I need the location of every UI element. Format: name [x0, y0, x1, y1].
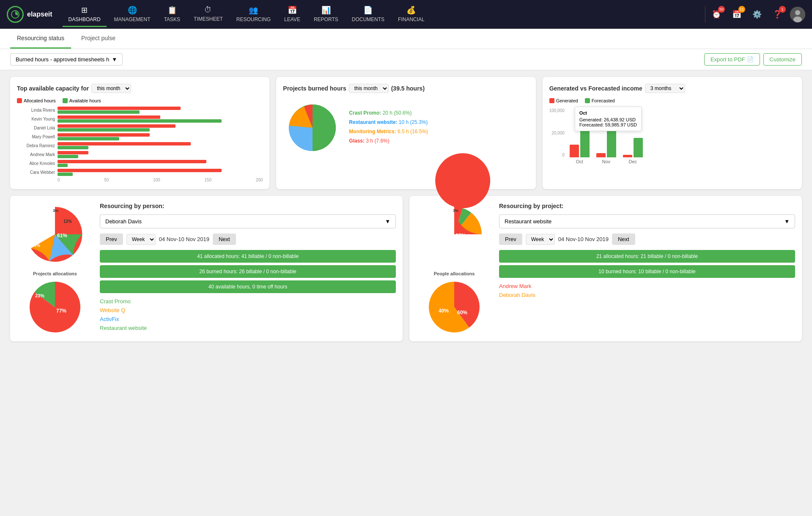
- user-avatar[interactable]: [790, 7, 805, 22]
- legend-available: Available hours: [63, 98, 101, 103]
- project-card-left: 95% 3% People allocations 40% 60%: [416, 203, 492, 335]
- bar-row: Cara Webber: [17, 169, 263, 176]
- income-tooltip: Oct Generated: 26,438.92 USD Forecasted:…: [575, 107, 642, 131]
- nav-leave[interactable]: 📅 LEAVE: [278, 2, 306, 27]
- burned-legend-item-2: Restaurant website: 10 h (25.3%): [349, 119, 529, 125]
- export-pdf-button[interactable]: Export to PDF 📄: [704, 53, 760, 66]
- nav-financial[interactable]: 💰 FINANCIAL: [392, 2, 431, 27]
- forecasted-color: [585, 98, 590, 103]
- allocated-color: [17, 98, 22, 103]
- person-bar3: 40 available hours, 0 time off hours: [100, 280, 396, 293]
- nav-resourcing[interactable]: 👥 RESOURCING: [230, 2, 277, 27]
- capacity-period-select[interactable]: this month last month this week: [91, 84, 131, 93]
- nav-dashboard[interactable]: ⊞ DASHBOARD: [63, 2, 107, 27]
- person-alloc-2[interactable]: Website Q: [100, 307, 396, 313]
- person-next-button[interactable]: Next: [213, 233, 236, 245]
- bell-badge: 1: [779, 6, 786, 13]
- tab-project-pulse[interactable]: Project pulse: [74, 29, 122, 49]
- nav-items: ⊞ DASHBOARD 🌐 MANAGEMENT 📋 TASKS ⏱ TIMES…: [63, 2, 702, 27]
- toolbar: Burned hours - approved timesheets h ▼ E…: [0, 49, 812, 70]
- income-chart-wrapper: Oct Generated: 26,438.92 USD Forecasted:…: [549, 107, 795, 164]
- capacity-bar-chart: Allocated hours Available hours Linda Ri…: [17, 98, 263, 182]
- burned-legend-item-3: Monitoring Metrics: 6.5 h (16.5%): [349, 129, 529, 134]
- calendar-badge: 11: [738, 6, 745, 13]
- project-allocation-list: Andrew Mark Deborah Davis: [499, 283, 795, 298]
- project-alloc-1[interactable]: Andrew Mark: [499, 283, 795, 289]
- available-color: [63, 98, 68, 103]
- gear-button[interactable]: ⚙️: [749, 7, 765, 22]
- person-chart-label: Projects allocations: [33, 271, 77, 276]
- person-nav-row: Prev Week 04 Nov-10 Nov 2019 Next: [100, 233, 396, 245]
- bar-row: Andrew Mark: [17, 151, 263, 158]
- project-pie2-chart: 40% 60%: [422, 280, 486, 335]
- person-card-left: 61% 24% 12% 3% Projects allocations: [17, 203, 93, 335]
- pie2-label-23: 23%: [35, 293, 44, 298]
- income-period-select[interactable]: 3 months 6 months 12 months: [645, 84, 685, 93]
- person-dropdown-label: Deborah Davis: [105, 218, 142, 225]
- proj-pie2-label-60: 60%: [457, 310, 467, 316]
- tooltip-forecasted-row: Forecasted: 59,985.97 USD: [579, 122, 637, 127]
- clock-button[interactable]: ⏰ 50: [709, 7, 724, 22]
- income-dec-group: [623, 138, 643, 157]
- project-next-button[interactable]: Next: [612, 233, 635, 245]
- project-dropdown[interactable]: Restaurant website ▼: [499, 214, 795, 228]
- proj-pie-label-95: 95%: [455, 233, 466, 239]
- burned-legend-item-4: Glass: 3 h (7.6%): [349, 138, 529, 144]
- burned-period-select[interactable]: this month last month: [349, 84, 389, 93]
- income-card-title: Generated vs Forecasted income 3 months …: [549, 84, 795, 93]
- financial-icon: 💰: [406, 5, 416, 15]
- nav-management[interactable]: 🌐 MANAGEMENT: [108, 2, 156, 27]
- person-week-select[interactable]: Week: [126, 234, 156, 245]
- nav-management-label: MANAGEMENT: [114, 16, 151, 22]
- person-dropdown[interactable]: Deborah Davis ▼: [100, 214, 396, 228]
- reports-icon: 📊: [321, 5, 331, 15]
- pie-label-12: 12%: [63, 219, 72, 224]
- person-alloc-3[interactable]: ActivFix: [100, 316, 396, 322]
- clock-badge: 50: [718, 6, 725, 13]
- bar-row: Daniel Lola: [17, 124, 263, 132]
- project-alloc-2[interactable]: Deborah Davis: [499, 292, 795, 298]
- income-oct-group: [570, 129, 590, 157]
- logo[interactable]: elapseit: [7, 6, 52, 23]
- help-button[interactable]: ❓ 1: [770, 7, 785, 22]
- burned-pie-container: [283, 98, 342, 159]
- person-bar1: 41 allocated hours: 41 billable / 0 non-…: [100, 250, 396, 263]
- tab-resourcing-status-label: Resourcing status: [17, 35, 64, 41]
- pie-label-61: 61%: [57, 233, 67, 239]
- legend-allocated: Allocated hours: [17, 98, 56, 103]
- person-alloc-1[interactable]: Crast Promo: [100, 298, 396, 305]
- burned-content: Crast Promo: 20 h (50.6%) Restaurant web…: [283, 98, 529, 159]
- tab-resourcing-status[interactable]: Resourcing status: [10, 29, 71, 49]
- burned-card: Projects burned hours this month last mo…: [276, 77, 535, 189]
- nav-resourcing-label: RESOURCING: [236, 16, 271, 22]
- person-bar2: 26 burned hours: 26 billable / 0 non-bil…: [100, 265, 396, 278]
- project-dropdown-label: Restaurant website: [505, 218, 551, 225]
- burned-total: (39.5 hours): [391, 85, 425, 92]
- nav-financial-label: FINANCIAL: [398, 16, 425, 22]
- customize-button[interactable]: Customize: [763, 53, 802, 66]
- legend-generated: Generated: [549, 98, 578, 103]
- nav-tasks[interactable]: 📋 TASKS: [158, 2, 186, 27]
- nov-generated-bar: [596, 153, 606, 157]
- person-alloc-4[interactable]: Restaurant website: [100, 325, 396, 331]
- project-week-select[interactable]: Week: [526, 234, 555, 245]
- bar-row: Debra Ramirez: [17, 142, 263, 149]
- burned-legend-item-1: Crast Promo: 20 h (50.6%): [349, 110, 529, 116]
- dec-generated-bar: [623, 155, 632, 157]
- person-prev-button[interactable]: Prev: [100, 233, 123, 245]
- person-card-inner: 61% 24% 12% 3% Projects allocations: [17, 203, 396, 335]
- nav-documents[interactable]: 📄 DOCUMENTS: [346, 2, 390, 27]
- nav-reports[interactable]: 📊 REPORTS: [308, 2, 344, 27]
- pie-label-24: 24%: [31, 243, 40, 248]
- filter-dropdown[interactable]: Burned hours - approved timesheets h ▼: [10, 53, 123, 66]
- project-card-right: Resourcing by project: Restaurant websit…: [499, 203, 795, 335]
- generated-color: [549, 98, 554, 103]
- toolbar-right: Export to PDF 📄 Customize: [704, 53, 802, 66]
- forecasted-label: Forecasted: [592, 98, 615, 103]
- nav-timesheet[interactable]: ⏱ TIMESHEET: [188, 2, 229, 27]
- tab-project-pulse-label: Project pulse: [81, 35, 115, 41]
- calendar-button[interactable]: 📅 11: [729, 7, 744, 22]
- project-prev-button[interactable]: Prev: [499, 233, 522, 245]
- burned-pie-chart: [283, 98, 342, 157]
- bar-chart-rows: Linda RiveraKevin YoungDaniel LolaMary P…: [17, 107, 263, 176]
